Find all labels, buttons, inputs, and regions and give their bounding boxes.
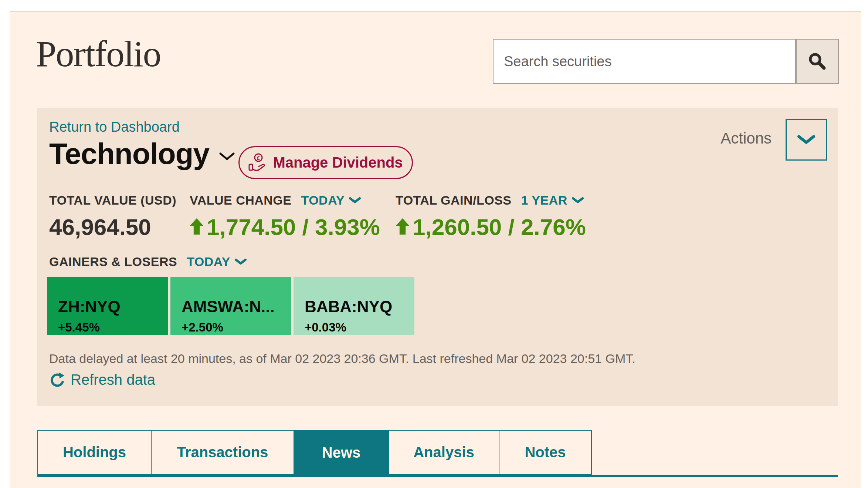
search-bar bbox=[493, 39, 839, 84]
manage-dividends-button[interactable]: £ Manage Dividends bbox=[238, 146, 413, 179]
gainer-tile[interactable]: BABA:NYQ +0.03% bbox=[294, 277, 414, 335]
portfolio-tab-bar: Holdings Transactions News Analysis Note… bbox=[37, 430, 592, 475]
page-title: Portfolio bbox=[36, 36, 161, 73]
chevron-down-icon bbox=[235, 259, 247, 265]
search-button[interactable] bbox=[796, 39, 839, 84]
stat-value-text: 1,774.50 / 3.93% bbox=[207, 216, 380, 239]
stat-label-text: TOTAL VALUE (USD) bbox=[49, 193, 176, 208]
tab-analysis[interactable]: Analysis bbox=[389, 430, 499, 475]
chevron-down-icon bbox=[349, 197, 361, 204]
gainers-losers-label: GAINERS & LOSERS bbox=[49, 255, 177, 269]
return-to-dashboard-link[interactable]: Return to Dashboard bbox=[49, 119, 180, 135]
portfolio-summary-card: Return to Dashboard Technology £ Manage … bbox=[37, 108, 838, 406]
search-input[interactable] bbox=[493, 39, 796, 84]
period-label: TODAY bbox=[187, 255, 230, 269]
stat-label-text: VALUE CHANGE bbox=[190, 193, 292, 208]
up-arrow-icon bbox=[190, 218, 204, 235]
total-gain-loss-amount: 1,260.50 / 2.76% bbox=[396, 216, 586, 239]
data-delay-notice: Data delayed at least 20 minutes, as of … bbox=[49, 351, 635, 366]
tab-bar-underline bbox=[37, 475, 838, 477]
portfolio-name-dropdown[interactable]: Technology bbox=[49, 139, 235, 169]
tab-notes[interactable]: Notes bbox=[499, 430, 592, 475]
stat-value-text: 1,260.50 / 2.76% bbox=[413, 216, 586, 239]
chevron-down-icon bbox=[219, 152, 235, 161]
gainer-tile[interactable]: ZH:NYQ +5.45% bbox=[47, 277, 168, 335]
portfolio-page: Portfolio Return to Dashboard Technology bbox=[10, 11, 861, 488]
refresh-data-label: Refresh data bbox=[71, 371, 155, 388]
stat-label: TOTAL VALUE (USD) bbox=[49, 193, 176, 208]
portfolio-name: Technology bbox=[49, 139, 209, 169]
dividend-hand-coin-icon: £ bbox=[248, 153, 266, 173]
svg-text:£: £ bbox=[257, 155, 260, 161]
tab-transactions[interactable]: Transactions bbox=[152, 430, 294, 475]
tab-news[interactable]: News bbox=[294, 430, 389, 475]
actions-label: Actions bbox=[720, 129, 772, 147]
tile-ticker: ZH:NYQ bbox=[58, 297, 121, 316]
refresh-data-button[interactable]: Refresh data bbox=[49, 371, 155, 388]
tile-ticker: BABA:NYQ bbox=[305, 297, 392, 316]
tile-change: +0.03% bbox=[305, 320, 346, 334]
value-change-amount: 1,774.50 / 3.93% bbox=[190, 216, 380, 239]
actions-dropdown-button[interactable] bbox=[786, 119, 827, 161]
tile-change: +2.50% bbox=[182, 320, 223, 334]
up-arrow-icon bbox=[396, 218, 410, 235]
stat-label-text: TOTAL GAIN/LOSS bbox=[396, 193, 512, 208]
tile-change: +5.45% bbox=[58, 320, 100, 334]
stat-total-gain-loss: TOTAL GAIN/LOSS 1 YEAR 1,260.50 / bbox=[396, 193, 586, 239]
gainers-losers-period-dropdown[interactable]: TODAY bbox=[187, 255, 247, 269]
stat-value-text: 46,964.50 bbox=[49, 216, 151, 239]
stat-total-value: TOTAL VALUE (USD) 46,964.50 bbox=[49, 193, 176, 239]
gain-loss-period-dropdown[interactable]: 1 YEAR bbox=[521, 193, 584, 208]
gainer-tile[interactable]: AMSWA:N... +2.50% bbox=[170, 277, 291, 335]
tile-ticker: AMSWA:N... bbox=[182, 297, 275, 316]
stat-value-change: VALUE CHANGE TODAY 1,774.50 / 3.93 bbox=[190, 193, 380, 239]
refresh-icon bbox=[49, 372, 65, 388]
gainers-losers-header: GAINERS & LOSERS TODAY bbox=[49, 255, 247, 269]
period-label: TODAY bbox=[301, 193, 345, 208]
total-value-amount: 46,964.50 bbox=[49, 216, 176, 239]
chevron-down-icon bbox=[572, 197, 584, 204]
value-change-period-dropdown[interactable]: TODAY bbox=[301, 193, 361, 208]
manage-dividends-label: Manage Dividends bbox=[273, 154, 403, 171]
chevron-down-icon bbox=[797, 135, 816, 145]
search-icon bbox=[808, 52, 827, 71]
period-label: 1 YEAR bbox=[521, 193, 567, 208]
tab-holdings[interactable]: Holdings bbox=[37, 430, 152, 475]
